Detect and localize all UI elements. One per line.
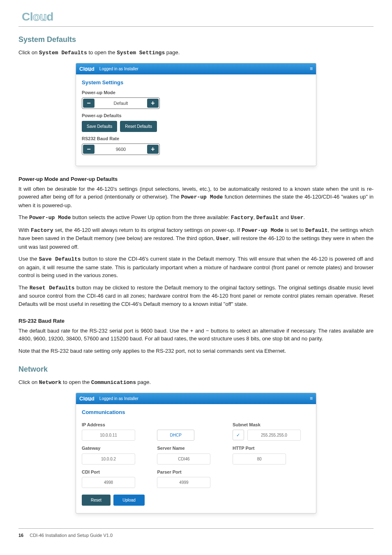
ip-address-label: IP Address — [82, 421, 151, 428]
gateway-input[interactable]: 10.0.0.2 — [82, 453, 135, 465]
page-header: Cloud — [18, 8, 374, 27]
plus-button[interactable]: + — [147, 99, 159, 108]
t: button selects the active Power Up optio… — [71, 214, 231, 220]
server-name-label: Server Name — [157, 445, 226, 452]
t: to open the — [61, 379, 91, 385]
t: Network — [39, 379, 62, 386]
reset-defaults-button[interactable]: Reset Defaults — [120, 121, 157, 132]
t: User — [291, 215, 303, 221]
cdi-port-label: CDI Port — [82, 469, 151, 476]
panel-body: Communications IP Address 10.0.0.11 DHCP… — [76, 404, 316, 513]
plus-button[interactable]: + — [147, 145, 159, 154]
server-name-input[interactable]: CDI46 — [157, 453, 210, 465]
subnet-label: Subnet Mask — [233, 421, 302, 428]
t: The — [18, 284, 30, 291]
section1-intro: Click on System Defaults to open the Sys… — [18, 49, 374, 57]
para: The default baud rate for the RS-232 ser… — [18, 327, 374, 343]
para: The Reset Defaults button may be clicked… — [18, 284, 374, 308]
check-icon[interactable]: ✓ — [233, 430, 244, 440]
t: Factory — [231, 215, 254, 221]
ip-address-input[interactable]: 10.0.0.11 — [82, 430, 135, 441]
dhcp-button[interactable]: DHCP — [157, 430, 194, 441]
t: Communications — [91, 379, 136, 386]
http-port-label: HTTP Port — [233, 445, 302, 452]
t: Save Defaults — [39, 256, 81, 262]
t: User — [216, 236, 229, 242]
minus-button[interactable]: − — [83, 99, 95, 108]
subhead-powerup: Power-up Mode and Power-up Defaults — [18, 175, 374, 183]
t: . — [304, 214, 305, 220]
section2-intro: Click on Network to open the Communicati… — [18, 378, 374, 387]
system-settings-screenshot: Cloud Logged in as Installer ≡ System Se… — [76, 63, 316, 166]
gateway-label: Gateway — [82, 445, 151, 452]
section-title-network: Network — [18, 364, 374, 375]
para: Use the Save Defaults button to store th… — [18, 255, 374, 280]
t: With — [18, 227, 31, 233]
t: and — [279, 214, 291, 220]
para: With Factory set, the 46-120 will always… — [18, 226, 374, 251]
cdi-port-input[interactable]: 4998 — [82, 477, 135, 488]
panel-header: Cloud Logged in as Installer ≡ — [76, 393, 316, 405]
page-number: 16 — [18, 533, 23, 538]
login-status: Logged in as Installer — [99, 395, 310, 402]
upload-button[interactable]: Upload — [113, 495, 145, 506]
t: Power-up Mode — [181, 194, 223, 200]
reset-button[interactable]: Reset — [82, 495, 111, 506]
para: The Power-up Mode button selects the act… — [18, 213, 374, 222]
t: page. — [136, 379, 151, 385]
t: Default — [305, 227, 328, 234]
t: Factory — [31, 227, 53, 234]
parser-port-input[interactable]: 4999 — [157, 477, 210, 488]
t: , — [254, 214, 256, 220]
para: Note that the RS-232 baud rate setting o… — [18, 347, 374, 355]
t: The — [18, 214, 29, 220]
power-up-mode-value: Default — [95, 99, 146, 108]
cloud-logo: Cloud — [18, 8, 53, 25]
page-footer: 16 CDI-46 Installation and Setup Guide V… — [18, 528, 374, 539]
subhead-baud: RS-232 Baud Rate — [18, 317, 374, 325]
t: is set to — [284, 227, 305, 233]
section-title-system-defaults: System Defaults — [18, 34, 374, 45]
t: Click on — [18, 379, 39, 385]
http-port-input[interactable]: 80 — [233, 453, 286, 465]
panel-title: Communications — [82, 408, 310, 416]
para: It will often be desirable for the 46-12… — [18, 185, 374, 210]
footer-text: CDI-46 Installation and Setup Guide V1.0 — [30, 533, 113, 538]
hamburger-icon[interactable]: ≡ — [310, 65, 313, 72]
power-up-mode-spinner: − Default + — [82, 97, 160, 109]
power-up-defaults-label: Power-up Defaults — [82, 112, 310, 119]
baud-rate-spinner: − 9600 + — [82, 143, 160, 155]
subnet-input[interactable]: 255.255.255.0 — [247, 430, 301, 441]
t: to open the — [87, 49, 117, 56]
baud-rate-value: 9600 — [95, 145, 146, 154]
panel-logo: Cloud — [79, 395, 95, 403]
login-status: Logged in as Installer — [99, 66, 310, 72]
t: Reset Defaults — [30, 285, 75, 291]
t: page. — [165, 49, 180, 56]
baud-rate-label: RS232 Baud Rate — [82, 135, 310, 142]
t: System Settings — [117, 50, 165, 56]
communications-screenshot: Cloud Logged in as Installer ≡ Communica… — [76, 393, 316, 514]
t: Click on — [18, 49, 39, 56]
minus-button[interactable]: − — [83, 145, 95, 154]
t: Default — [256, 215, 279, 221]
save-defaults-button[interactable]: Save Defaults — [82, 121, 117, 132]
t: set, the 46-120 will always return to it… — [53, 227, 242, 233]
t: Power-up Mode — [242, 227, 284, 234]
t: Power-up Mode — [29, 215, 71, 221]
parser-port-label: Parser Port — [157, 469, 226, 476]
panel-header: Cloud Logged in as Installer ≡ — [76, 63, 316, 75]
hamburger-icon[interactable]: ≡ — [310, 395, 313, 402]
power-up-mode-label: Power-up Mode — [82, 89, 310, 96]
spacer — [157, 421, 226, 428]
t: Use the — [18, 256, 39, 262]
t: System Defaults — [39, 50, 87, 56]
panel-body: System Settings Power-up Mode − Default … — [76, 74, 316, 166]
panel-title: System Settings — [82, 79, 310, 87]
panel-logo: Cloud — [79, 65, 95, 73]
